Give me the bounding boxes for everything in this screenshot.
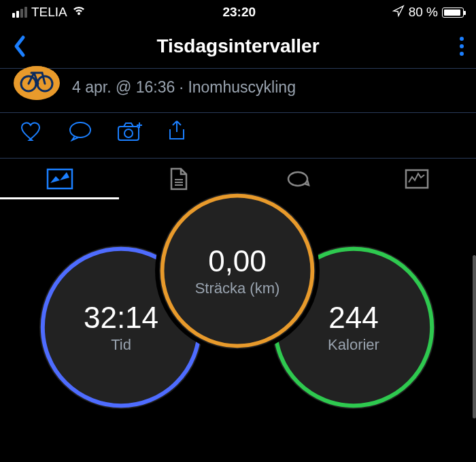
like-button[interactable]	[20, 121, 44, 144]
back-button[interactable]	[12, 35, 39, 58]
status-bar: TELIA 23:20 80 %	[0, 0, 476, 24]
status-left: TELIA	[12, 5, 86, 20]
chart-icon	[405, 169, 429, 189]
wifi-icon	[71, 5, 86, 20]
camera-button[interactable]	[117, 121, 143, 144]
svg-point-10	[163, 196, 313, 346]
loop-icon	[284, 170, 311, 188]
nav-bar: Tisdagsintervaller	[0, 24, 476, 68]
scrollbar[interactable]	[473, 255, 476, 418]
svg-point-5	[124, 129, 133, 137]
svg-rect-6	[48, 169, 72, 188]
activity-header: 4 apr. @ 16:36 · Inomhuscykling	[0, 69, 476, 112]
activity-subtitle: 4 apr. @ 16:36 · Inomhuscykling	[72, 78, 296, 97]
status-right: 80 %	[392, 5, 464, 20]
gauge-panel: 32:14 Tid 244 Kalorier 0,00 Sträcka (km)	[0, 199, 476, 462]
svg-rect-7	[406, 170, 428, 188]
gauge-distance[interactable]: 0,00 Sträcka (km)	[159, 193, 316, 349]
tab-charts[interactable]	[357, 159, 476, 199]
kebab-icon	[460, 37, 464, 56]
activity-type-avatar	[14, 66, 60, 100]
svg-point-3	[70, 122, 90, 137]
clock: 23:20	[222, 5, 256, 20]
document-icon	[169, 167, 189, 191]
page-title: Tisdagsintervaller	[39, 35, 437, 57]
location-icon	[392, 5, 405, 20]
action-bar	[0, 113, 476, 158]
comment-button[interactable]	[68, 121, 92, 144]
share-button[interactable]	[167, 120, 186, 146]
battery-pct: 80 %	[409, 5, 438, 20]
map-icon	[46, 168, 73, 190]
signal-icon	[12, 7, 27, 18]
battery-icon	[442, 7, 464, 18]
tab-overview[interactable]	[0, 159, 119, 199]
carrier-label: TELIA	[31, 5, 67, 20]
menu-button[interactable]	[437, 37, 464, 56]
